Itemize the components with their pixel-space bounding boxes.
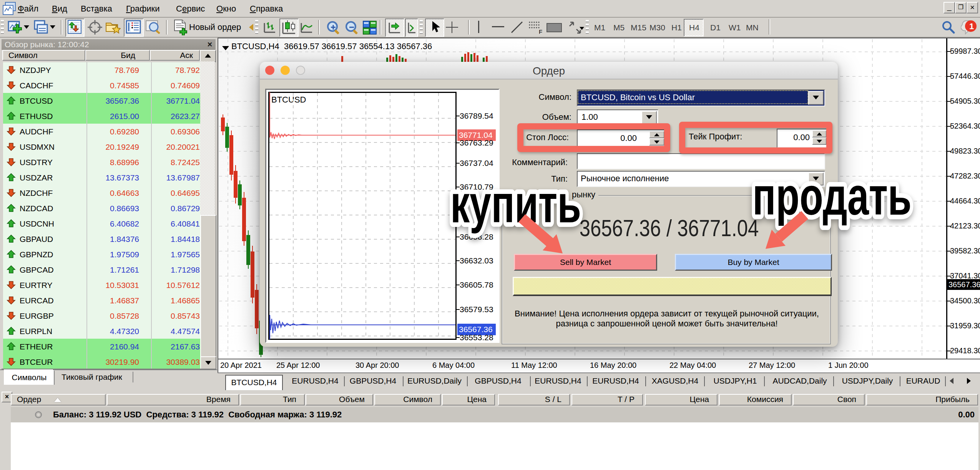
svg-text:F: F: [539, 28, 542, 35]
svg-text:1: 1: [969, 22, 974, 31]
